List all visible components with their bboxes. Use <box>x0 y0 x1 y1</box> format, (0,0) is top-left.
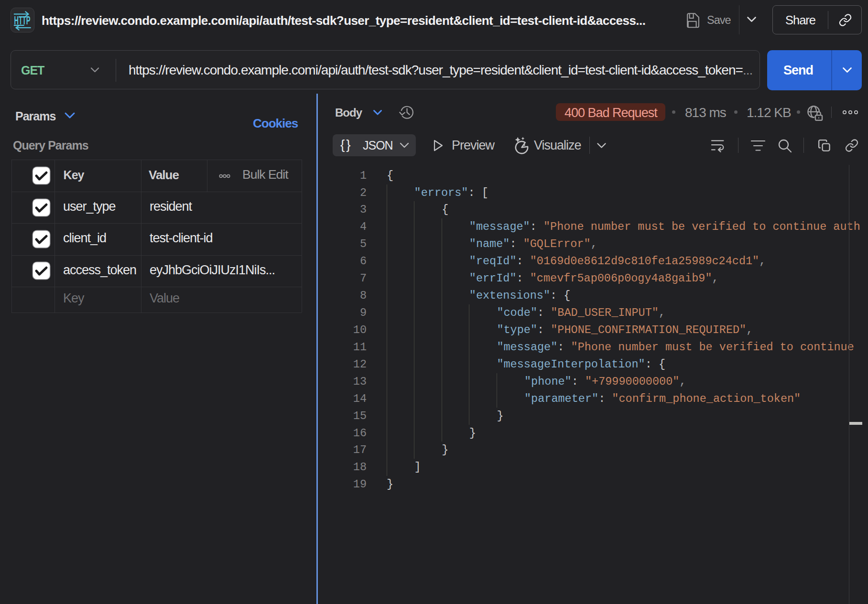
svg-text:HTTP: HTTP <box>14 14 31 27</box>
